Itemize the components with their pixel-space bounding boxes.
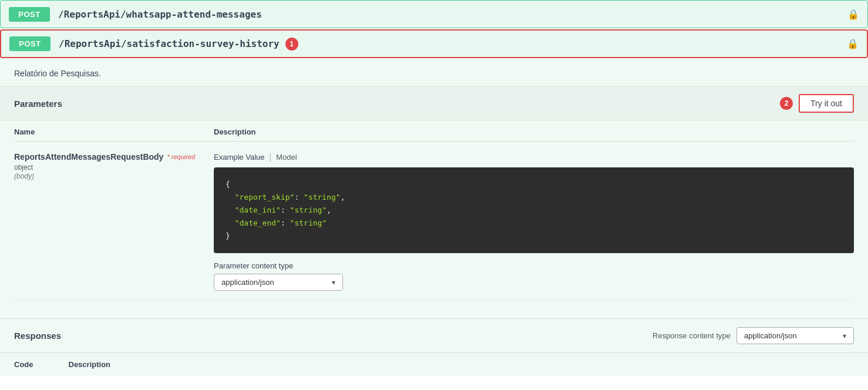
- main-container: POST /ReportsApi/whatsapp-attend-message…: [0, 0, 868, 390]
- active-endpoint-path: /ReportsApi/satisfaction-survey-history: [59, 38, 280, 49]
- code-line-1: "report_skip": "string",: [226, 193, 345, 201]
- top-endpoint-row[interactable]: POST /ReportsApi/whatsapp-attend-message…: [0, 0, 868, 28]
- content-type-value: application/json: [221, 278, 327, 287]
- response-content-type-select[interactable]: application/json ▾: [736, 327, 854, 344]
- active-badge-number: 1: [285, 38, 298, 51]
- model-tab[interactable]: Model: [276, 153, 297, 162]
- param-name-col: ReportsAttendMessagesRequestBody * requi…: [14, 152, 214, 291]
- content-area: Relatório de Pesquisas. Parameters 2 Try…: [0, 58, 868, 376]
- example-value-tabs: Example Value | Model: [214, 152, 854, 162]
- param-content-type-section: Parameter content type application/json …: [214, 261, 854, 291]
- active-lock-icon: 🔒: [847, 38, 859, 49]
- table-header-row: Name Description: [14, 120, 854, 142]
- param-content-type-label: Parameter content type: [214, 261, 854, 270]
- code-open-brace: {: [226, 180, 230, 189]
- responses-section: Responses Response content type applicat…: [0, 318, 868, 352]
- content-type-select[interactable]: application/json ▾: [214, 274, 343, 291]
- active-endpoint-row[interactable]: POST /ReportsApi/satisfaction-survey-his…: [0, 29, 868, 58]
- param-type: object: [14, 163, 214, 172]
- top-endpoint-path: /ReportsApi/whatsapp-attend-messages: [58, 9, 262, 20]
- param-required-label: * required: [167, 153, 195, 160]
- code-close-brace: }: [226, 231, 230, 240]
- param-description-col: Example Value | Model { "report_skip": "…: [214, 152, 854, 291]
- param-location: (body): [14, 172, 214, 180]
- col-name-header: Name: [14, 127, 214, 136]
- table-row: ReportsAttendMessagesRequestBody * requi…: [14, 142, 854, 301]
- code-line-3: "date_end": "string": [226, 218, 327, 227]
- description-text: Relatório de Pesquisas.: [14, 69, 101, 78]
- response-chevron-down-icon: ▾: [843, 332, 846, 340]
- code-block: { "report_skip": "string", "date_ini": "…: [214, 167, 854, 253]
- code-line-2: "date_ini": "string",: [226, 206, 331, 214]
- footer-code-label: Code: [14, 360, 33, 369]
- response-content-type-label: Response content type: [652, 331, 731, 340]
- footer-description-label: Description: [69, 360, 111, 369]
- param-name: ReportsAttendMessagesRequestBody: [14, 152, 163, 162]
- active-method-badge: POST: [9, 36, 51, 51]
- responses-title: Responses: [14, 331, 652, 341]
- footer-row: Code Description: [0, 352, 868, 376]
- example-value-tab[interactable]: Example Value: [214, 153, 264, 162]
- tab-divider: |: [269, 152, 271, 162]
- param-name-wrapper: ReportsAttendMessagesRequestBody * requi…: [14, 152, 214, 162]
- description-section: Relatório de Pesquisas.: [0, 58, 868, 86]
- top-lock-icon: 🔒: [847, 9, 859, 20]
- parameters-title: Parameters: [14, 99, 780, 109]
- top-method-badge: POST: [9, 7, 50, 22]
- table-area: Name Description ReportsAttendMessagesRe…: [0, 120, 868, 301]
- col-description-header: Description: [214, 127, 854, 136]
- parameters-badge-number: 2: [780, 97, 793, 110]
- response-content-type-value: application/json: [744, 331, 838, 340]
- chevron-down-icon: ▾: [332, 278, 335, 287]
- try-it-out-button[interactable]: Try it out: [799, 94, 854, 113]
- parameters-header: Parameters 2 Try it out: [0, 86, 868, 120]
